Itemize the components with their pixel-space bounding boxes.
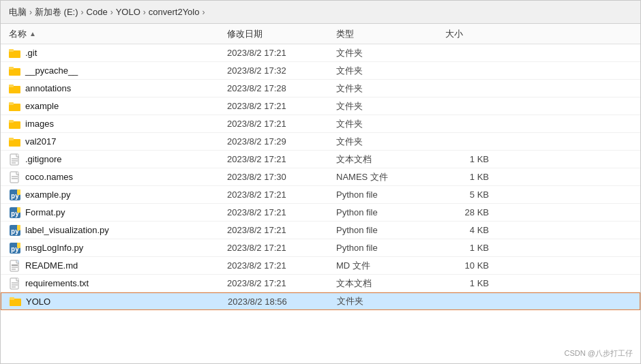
folder-icon (9, 136, 21, 148)
file-size-cell: 28 KB (445, 207, 500, 217)
file-name-cell: .git (9, 47, 227, 59)
svg-rect-3 (9, 67, 14, 70)
folder-icon (10, 295, 22, 307)
table-row[interactable]: .gitignore 2023/8/2 17:21 文本文档 1 KB (1, 151, 640, 168)
file-type-cell: 文件夹 (336, 82, 445, 95)
file-type-cell: 文件夹 (336, 65, 445, 77)
file-name-label: val2017 (25, 136, 57, 147)
folder-icon (9, 118, 21, 130)
file-name-label: Format.py (25, 207, 65, 217)
table-row[interactable]: coco.names 2023/8/2 17:30 NAMES 文件 1 KB (1, 168, 640, 186)
file-size-cell: 1 KB (445, 278, 500, 288)
file-type-cell: 文件夹 (336, 100, 445, 112)
breadcrumb-sep-4: › (202, 7, 205, 17)
table-row[interactable]: README.md 2023/8/2 17:21 MD 文件 10 KB (1, 257, 640, 275)
breadcrumb-drive[interactable]: 新加卷 (E:) (35, 6, 78, 18)
file-name-label: label_visualization.py (25, 225, 109, 235)
folder-icon (9, 82, 21, 95)
breadcrumb-convert2yolo[interactable]: convert2Yolo (149, 7, 200, 17)
file-date-cell: 2023/8/2 18:56 (228, 297, 337, 307)
svg-rect-40 (10, 297, 14, 300)
table-row[interactable]: py example.py 2023/8/2 17:21 Python file… (1, 186, 640, 204)
breadcrumb-code[interactable]: Code (87, 7, 108, 17)
file-name-cell: YOLO (10, 295, 228, 307)
file-date-cell: 2023/8/2 17:28 (227, 83, 336, 93)
file-name-cell: images (9, 118, 227, 130)
file-size-cell: 1 KB (445, 154, 500, 164)
file-date-cell: 2023/8/2 17:21 (227, 154, 336, 164)
python-file-icon: py (9, 207, 21, 219)
svg-rect-31 (10, 260, 18, 271)
col-header-date[interactable]: 修改日期 (227, 28, 336, 40)
svg-rect-35 (10, 278, 18, 289)
column-header-row: 名称 ▲ 修改日期 类型 大小 (1, 24, 640, 44)
breadcrumb-sep-3: › (143, 7, 146, 17)
table-row[interactable]: py msgLogInfo.py 2023/8/2 17:21 Python f… (1, 239, 640, 257)
python-file-icon: py (9, 242, 21, 254)
svg-rect-7 (9, 102, 14, 105)
table-row[interactable]: val2017 2023/8/2 17:29 文件夹 (1, 133, 640, 151)
file-size-cell: 4 KB (445, 225, 500, 235)
table-row[interactable]: requirements.txt 2023/8/2 17:21 文本文档 1 K… (1, 275, 640, 292)
watermark: CSDN @八步打工仔 (565, 348, 633, 359)
file-type-cell: Python file (336, 207, 445, 217)
file-date-cell: 2023/8/2 17:21 (227, 207, 336, 217)
file-size-cell: 1 KB (445, 243, 500, 253)
file-list: .git 2023/8/2 17:21 文件夹 __pycache__ 2023… (1, 44, 640, 363)
file-name-cell: annotations (9, 82, 227, 95)
table-row[interactable]: YOLO 2023/8/2 18:56 文件夹 (1, 292, 640, 310)
svg-rect-5 (9, 85, 14, 87)
text-file-icon (9, 277, 21, 290)
svg-rect-30 (17, 243, 20, 248)
sort-arrow-icon: ▲ (29, 30, 36, 37)
names-file-icon (9, 171, 21, 183)
file-name-cell: py example.py (9, 189, 227, 201)
col-header-size[interactable]: 大小 (445, 28, 500, 40)
file-name-label: example (25, 101, 59, 111)
svg-rect-12 (10, 154, 18, 165)
file-date-cell: 2023/8/2 17:21 (227, 119, 336, 129)
file-date-cell: 2023/8/2 17:21 (227, 48, 336, 58)
svg-rect-24 (17, 207, 20, 213)
file-type-cell: MD 文件 (336, 260, 445, 272)
breadcrumb-sep-0: › (29, 7, 32, 17)
file-date-cell: 2023/8/2 17:29 (227, 136, 336, 147)
col-header-type[interactable]: 类型 (336, 28, 445, 40)
python-file-icon: py (9, 189, 21, 201)
file-name-cell: py msgLogInfo.py (9, 242, 227, 254)
file-name-cell: py Format.py (9, 207, 227, 219)
svg-rect-9 (9, 120, 14, 123)
file-type-cell: 文件夹 (336, 136, 445, 148)
file-name-label: YOLO (26, 297, 50, 307)
file-name-cell: val2017 (9, 136, 227, 148)
file-size-cell: 1 KB (445, 172, 500, 182)
table-row[interactable]: images 2023/8/2 17:21 文件夹 (1, 115, 640, 133)
table-row[interactable]: __pycache__ 2023/8/2 17:32 文件夹 (1, 62, 640, 80)
breadcrumb-pc[interactable]: 电脑 (9, 6, 27, 18)
file-name-label: README.md (25, 260, 78, 271)
file-date-cell: 2023/8/2 17:21 (227, 278, 336, 288)
file-name-label: example.py (25, 189, 70, 200)
col-header-name[interactable]: 名称 ▲ (9, 28, 227, 40)
file-name-cell: __pycache__ (9, 65, 227, 77)
file-name-cell: coco.names (9, 171, 227, 183)
file-name-label: coco.names (25, 172, 73, 182)
table-row[interactable]: .git 2023/8/2 17:21 文件夹 (1, 44, 640, 62)
text-file-icon (9, 153, 21, 166)
breadcrumb-yolo[interactable]: YOLO (116, 7, 140, 17)
file-type-cell: Python file (336, 243, 445, 253)
file-name-label: __pycache__ (25, 65, 78, 76)
file-type-cell: Python file (336, 189, 445, 200)
svg-rect-27 (17, 225, 20, 230)
file-name-cell: README.md (9, 260, 227, 272)
folder-icon (9, 65, 21, 77)
file-date-cell: 2023/8/2 17:21 (227, 225, 336, 235)
file-type-cell: 文件夹 (337, 295, 446, 307)
folder-icon (9, 100, 21, 112)
file-type-cell: 文件夹 (336, 118, 445, 130)
table-row[interactable]: py label_visualization.py 2023/8/2 17:21… (1, 222, 640, 239)
table-row[interactable]: example 2023/8/2 17:21 文件夹 (1, 97, 640, 115)
table-row[interactable]: py Format.py 2023/8/2 17:21 Python file … (1, 204, 640, 222)
table-row[interactable]: annotations 2023/8/2 17:28 文件夹 (1, 80, 640, 97)
svg-rect-1 (9, 49, 14, 52)
